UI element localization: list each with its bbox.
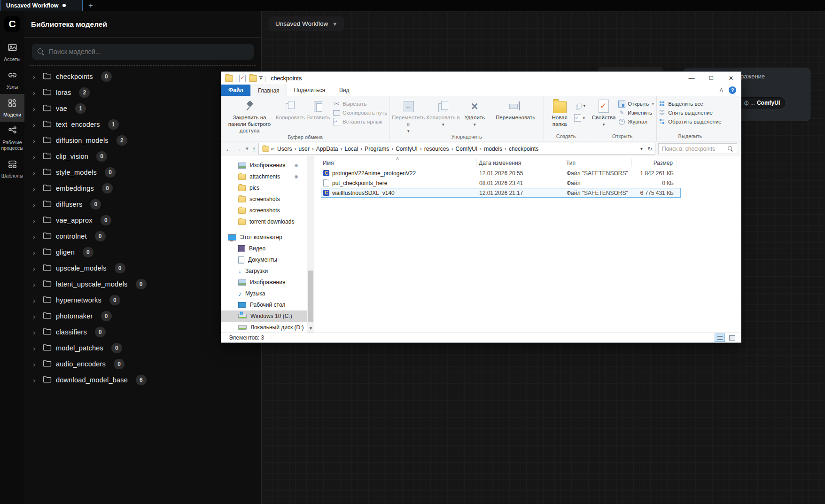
edit-button[interactable]: ✎ Изменить [618,109,654,116]
tab-file[interactable]: Файл [221,85,250,96]
thumbnails-view-button[interactable] [727,333,737,342]
workflow-dropdown[interactable]: Unsaved Workflow ▼ [269,16,344,31]
chevron-right-icon[interactable]: › [33,185,39,193]
rename-button[interactable]: Переименовать [489,98,542,121]
cut-button[interactable]: ✂ Вырезать [333,101,387,107]
paste-shortcut-button[interactable]: Вставить ярлык [333,118,387,125]
chevron-right-icon[interactable]: › [33,89,39,97]
nav-item[interactable]: pics [221,182,314,194]
nav-item[interactable]: attachments◉ [221,171,314,182]
recent-locations-icon[interactable]: ▼ [245,146,249,151]
breadcrumb-item[interactable]: resources [422,146,451,152]
easy-access-button[interactable]: ▼ [574,114,586,122]
move-to-button[interactable]: Переместить в▼ [391,98,425,133]
history-button[interactable]: Журнал [618,118,654,125]
help-icon[interactable]: ? [729,86,736,94]
comfyui-logo[interactable]: C [4,16,20,32]
column-type[interactable]: Тип [564,159,632,167]
nav-item[interactable]: Видео [221,243,314,254]
customize-toolbar-icon[interactable]: ▼ [259,76,263,81]
chevron-right-icon[interactable]: › [33,73,39,81]
open-button[interactable]: Открыть▼ [618,101,654,107]
copy-path-button[interactable]: ... Скопировать путь [333,109,387,116]
paste-button[interactable]: Вставить [305,98,332,121]
chevron-right-icon[interactable]: › [33,169,39,177]
chevron-right-icon[interactable]: › [33,248,39,256]
explorer-titlebar[interactable]: | ▼ | checkpoints — ☐ ✕ [221,72,741,85]
forward-button[interactable]: → [235,145,242,153]
nav-item[interactable]: screenshots [221,194,314,205]
chevron-right-icon[interactable]: › [33,312,39,320]
chevron-right-icon[interactable]: › [33,217,39,225]
breadcrumb-item[interactable]: Users [275,146,294,152]
chevron-right-icon[interactable]: › [33,201,39,209]
tree-item-download_model_base[interactable]: ›download_model_base6 [24,372,261,388]
nav-item[interactable]: screenshots [221,205,314,216]
up-button[interactable]: ↑ [252,145,256,153]
delete-button[interactable]: × Удалить▼ [461,98,488,127]
back-button[interactable]: ← [225,145,232,153]
maximize-button[interactable]: ☐ [701,72,721,85]
breadcrumb-item[interactable]: models [482,146,505,152]
properties-quick-icon[interactable] [239,75,246,82]
refresh-icon[interactable]: ↻ [647,146,652,152]
nav-item[interactable]: ↓Загрузки [221,265,314,277]
chevron-right-icon[interactable]: › [33,296,39,304]
nav-item[interactable]: Рабочий стол [221,299,314,310]
new-workflow-tab-button[interactable]: + [83,0,99,11]
chevron-right-icon[interactable]: › [33,360,39,368]
tab-view[interactable]: Вид [332,85,357,96]
nav-item[interactable]: Windows 10 (C:) [221,310,314,322]
breadcrumb[interactable]: « Users›user›AppData›Local›Programs›Comf… [258,143,655,155]
nav-item[interactable]: torrent downloads [221,216,314,227]
sidebar-item-nodes[interactable]: Узлы [0,66,24,94]
workflow-tab[interactable]: Unsaved Workflow [0,0,83,11]
sidebar-item-templates[interactable]: Шаблоны [0,155,24,183]
file-row[interactable]: CwaiIllustriousSDXL_v14012.01.2026 21:17… [321,188,681,198]
chevron-right-icon[interactable]: › [33,264,39,272]
breadcrumb-item[interactable]: Local [342,146,360,152]
select-all-button[interactable]: Выделить все [659,101,722,107]
properties-button[interactable]: Свойства▼ [590,98,617,127]
breadcrumb-item[interactable]: user [296,146,311,152]
pin-to-quick-access-button[interactable]: Закрепить на панели быстрого доступа [223,98,276,134]
breadcrumb-item[interactable]: ComfyUI [453,146,480,152]
nav-item[interactable]: Локальный диск (D:) [221,322,314,333]
sidebar-item-assets[interactable]: Ассеты [0,39,24,66]
details-view-button[interactable] [715,333,725,342]
nav-item[interactable]: ♪Музыка [221,288,314,299]
column-size[interactable]: Размер [632,159,677,167]
breadcrumb-item[interactable]: checkpoints [506,146,541,152]
copy-button[interactable]: Копировать [277,98,304,121]
nav-item[interactable]: Изображения [221,277,314,288]
nav-item[interactable]: Изображения◉ [221,160,314,171]
tree-item-audio_encoders[interactable]: ›audio_encoders0 [24,356,261,372]
new-folder-button[interactable]: Новая папка [546,98,573,128]
filename-prefix-widget[interactable]: _ф ... ComfyUI [736,97,785,109]
select-none-button[interactable]: Снять выделение [659,109,722,116]
breadcrumb-item[interactable]: AppData [314,146,341,152]
chevron-right-icon[interactable]: › [33,121,39,129]
nav-scrollbar[interactable]: ▼ [307,156,314,333]
chevron-right-icon[interactable]: › [33,280,39,288]
file-row[interactable]: put_checkpoints_here08.01.2026 23:41Файл… [321,178,681,188]
column-date[interactable]: Дата изменения [477,159,564,167]
copy-to-button[interactable]: Копировать в▼ [426,98,460,127]
breadcrumb-item[interactable]: Programs [362,146,391,152]
new-item-button[interactable]: ▼ [574,101,586,110]
file-row[interactable]: CprotogenV22Anime_protogenV2212.01.2026 … [321,168,681,178]
minimize-button[interactable]: — [682,72,701,85]
nav-item[interactable]: Документы [221,254,314,265]
collapse-ribbon-icon[interactable]: ᐱ [719,87,723,93]
nav-item[interactable]: Этот компьютер [221,232,314,243]
close-button[interactable]: ✕ [721,72,741,85]
chevron-right-icon[interactable]: › [33,137,39,145]
new-folder-quick-icon[interactable] [249,75,257,82]
model-search-input[interactable]: Поиск моделей... [32,44,254,60]
chevron-right-icon[interactable]: › [33,328,39,336]
sidebar-item-models[interactable]: Модели [0,94,24,122]
address-dropdown-icon[interactable]: ▼ [639,147,644,151]
chevron-right-icon[interactable]: › [33,105,39,113]
chevron-right-icon[interactable]: › [33,153,39,161]
invert-selection-button[interactable]: Обратить выделение [659,118,722,125]
